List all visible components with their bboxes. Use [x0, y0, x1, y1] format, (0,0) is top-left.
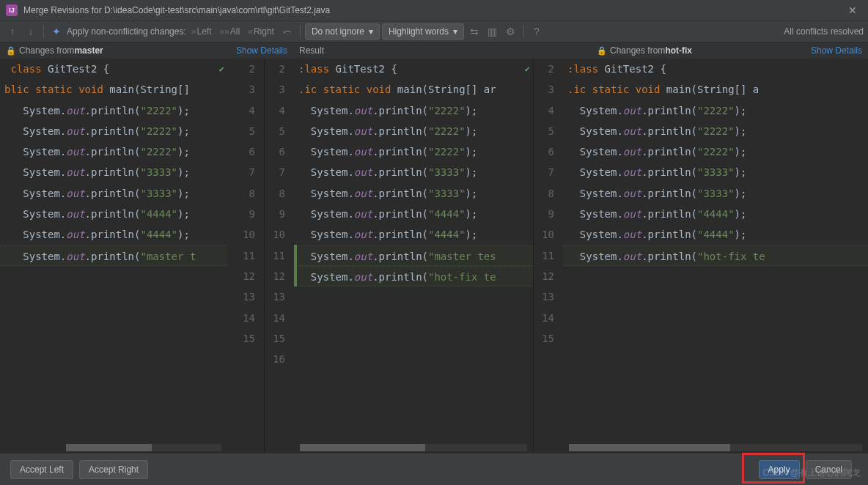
prev-diff-icon[interactable]: ↑ — [4, 23, 21, 40]
line-number: 7 — [534, 162, 563, 182]
line-number: 9 — [265, 204, 294, 224]
code-line: System.out.println("2222"); — [0, 141, 227, 162]
lock-icon: 🔒 — [597, 46, 607, 56]
code-line: System.out.println("4444"); — [0, 204, 227, 224]
code-line: System.out.println("4444"); — [294, 224, 533, 245]
highlight-combo[interactable]: Highlight words ▾ — [382, 23, 464, 40]
conflict-status: All conflicts resolved — [784, 26, 864, 37]
collapse-icon[interactable]: ⇆ — [466, 23, 482, 40]
line-number: 3 — [227, 79, 264, 100]
line-number: 8 — [227, 183, 264, 204]
line-number: 10 — [227, 224, 264, 245]
left-show-details[interactable]: Show Details — [236, 45, 287, 56]
left-code-pane[interactable]: ✔ class GitTest2 { blic static void main… — [0, 59, 227, 454]
line-number: 11 — [534, 245, 563, 266]
line-number: 11 — [265, 245, 294, 266]
chevrons-left-icon: « — [248, 26, 253, 37]
close-button[interactable]: ✕ — [843, 1, 862, 20]
accept-right-button[interactable]: Accept Right — [79, 460, 148, 479]
code-line: System.out.println("3333"); — [563, 183, 868, 204]
apply-nonconflicting-label: Apply non-conflicting changes: — [67, 26, 186, 37]
line-number: 8 — [534, 183, 563, 204]
line-number: 6 — [534, 141, 563, 162]
line-number: 7 — [265, 162, 294, 182]
separator — [300, 25, 301, 38]
code-line: System.out.println("3333"); — [294, 162, 533, 182]
highlight-combo-label: Highlight words — [389, 26, 449, 37]
code-line: System.out.println("2222"); — [0, 121, 227, 141]
code-line: System.out.println("2222"); — [563, 141, 868, 162]
lock-icon: 🔒 — [6, 46, 16, 56]
settings-icon[interactable]: ⚙ — [503, 23, 519, 40]
next-diff-icon[interactable]: ↓ — [23, 23, 39, 40]
result-code-pane[interactable]: ✔ :lass GitTest2 { .ic static void main(… — [294, 59, 533, 454]
chevron-down-icon: ▾ — [453, 26, 457, 37]
left-gutter: 2 3 4 5 6 7 8 9 10 11 12 13 14 15 — [227, 59, 264, 454]
help-icon[interactable]: ? — [529, 23, 545, 40]
line-number: 9 — [227, 204, 264, 224]
line-number: 4 — [227, 100, 264, 121]
change-marker — [294, 245, 297, 286]
code-line: System.out.println("2222"); — [0, 100, 227, 121]
magic-wand-icon[interactable]: ✦ — [48, 23, 65, 40]
horizontal-scrollbar[interactable] — [66, 444, 221, 451]
titlebar: IJ Merge Revisions for D:\ideaCode\git-t… — [0, 0, 868, 21]
check-icon: ✔ — [525, 60, 530, 81]
accept-left-button[interactable]: Accept Left — [10, 460, 73, 479]
ignore-combo[interactable]: Do not ignore ▾ — [305, 23, 380, 40]
line-number: 2 — [534, 59, 563, 79]
revert-icon[interactable]: ⤺ — [279, 23, 295, 40]
line-number: 2 — [227, 59, 264, 79]
horizontal-scrollbar[interactable] — [569, 444, 862, 451]
line-number: 10 — [265, 224, 294, 245]
code-line: :lass GitTest2 { — [563, 59, 868, 79]
apply-all-button[interactable]: «»All — [219, 26, 240, 37]
code-line: System.out.println("2222"); — [563, 121, 868, 141]
code-line: System.out.println("hot-fix te — [563, 245, 868, 266]
window-title: Merge Revisions for D:\ideaCode\git-test… — [23, 5, 843, 15]
code-line: System.out.println("4444"); — [294, 204, 533, 224]
code-line: .ic static void main(String[] ar — [294, 79, 533, 100]
line-number: 3 — [265, 79, 294, 100]
left-branch: master — [74, 45, 103, 56]
line-number: 12 — [534, 266, 563, 286]
check-icon: ✔ — [219, 60, 224, 81]
code-line: System.out.println("3333"); — [0, 162, 227, 182]
line-number: 7 — [227, 162, 264, 182]
line-number: 2 — [265, 59, 294, 79]
line-number: 9 — [534, 204, 563, 224]
toolbar: ↑ ↓ ✦ Apply non-conflicting changes: »Le… — [0, 21, 868, 42]
apply-left-button[interactable]: »Left — [191, 26, 212, 37]
sync-scroll-icon[interactable]: ▥ — [485, 23, 501, 40]
cancel-button[interactable]: Cancel — [806, 460, 852, 479]
code-line: System.out.println("2222"); — [294, 100, 533, 121]
footer: Accept Left Accept Right Apply Cancel — [0, 453, 868, 485]
code-line: :lass GitTest2 { — [294, 59, 533, 79]
right-branch: hot-fix — [665, 45, 692, 56]
line-number: 5 — [227, 121, 264, 141]
right-header-prefix: Changes from — [610, 45, 665, 56]
code-line: class GitTest2 { — [0, 59, 227, 79]
line-number: 12 — [227, 266, 264, 286]
line-number: 5 — [265, 121, 294, 141]
line-number: 4 — [265, 100, 294, 121]
code-line: System.out.println("hot-fix te — [294, 266, 533, 286]
mid-gutter: 2 3 4 5 6 7 8 9 10 11 12 13 14 15 16 — [265, 59, 294, 454]
line-number: 13 — [265, 286, 294, 307]
code-line: blic static void main(String[] — [0, 79, 227, 100]
code-line: System.out.println("2222"); — [294, 121, 533, 141]
apply-button[interactable]: Apply — [759, 460, 800, 479]
code-line: .ic static void main(String[] a — [563, 79, 868, 100]
chevrons-right-icon: » — [191, 26, 196, 37]
right-code-pane[interactable]: :lass GitTest2 { .ic static void main(St… — [563, 59, 868, 454]
horizontal-scrollbar[interactable] — [300, 444, 527, 451]
code-line: System.out.println("4444"); — [0, 224, 227, 245]
code-line: System.out.println("master t — [0, 245, 227, 266]
app-icon: IJ — [6, 4, 18, 16]
diff-panes: ✔ class GitTest2 { blic static void main… — [0, 59, 868, 454]
line-number: 11 — [227, 245, 264, 266]
line-number: 14 — [227, 308, 264, 328]
apply-right-button[interactable]: «Right — [248, 26, 274, 37]
right-show-details[interactable]: Show Details — [811, 45, 862, 56]
line-number: 15 — [534, 328, 563, 349]
